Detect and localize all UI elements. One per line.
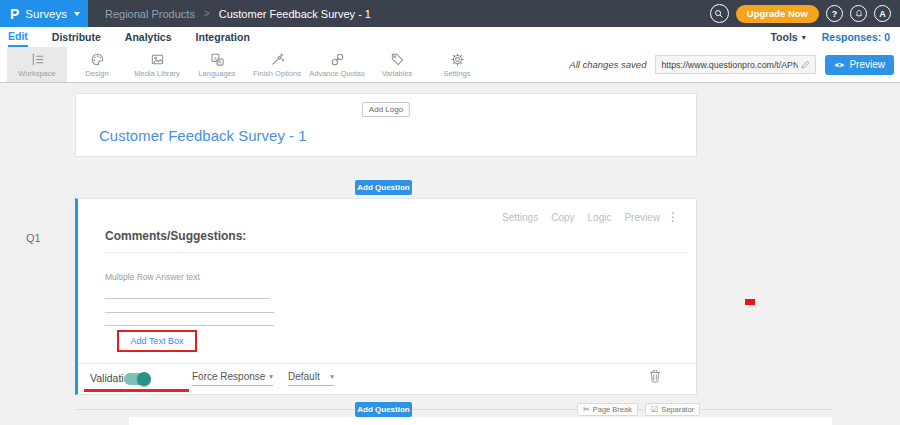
- breadcrumb-parent[interactable]: Regional Products: [105, 8, 195, 20]
- toolbar-item-media-library[interactable]: Media Library: [127, 47, 187, 82]
- avatar[interactable]: A: [874, 5, 891, 22]
- question-actions: Settings Copy Logic Preview: [502, 212, 660, 223]
- survey-url-box: [655, 55, 816, 74]
- toolbar-item-settings[interactable]: Settings: [427, 47, 487, 82]
- toolbar-item-advance-quotas[interactable]: Advance Quotas: [307, 47, 367, 82]
- bell-icon: [854, 9, 864, 19]
- survey-header-card: Add Logo Customer Feedback Survey - 1: [75, 93, 697, 157]
- toolbar-item-finish-options[interactable]: Finish Options: [247, 47, 307, 82]
- chevron-down-icon: ▾: [330, 372, 334, 381]
- search-button[interactable]: [710, 4, 729, 23]
- toolbar-label: Variables: [382, 69, 413, 78]
- preview-button[interactable]: Preview: [825, 55, 894, 75]
- separator-label: Separator: [661, 405, 694, 414]
- default-select[interactable]: Default ▾: [288, 371, 334, 386]
- settings-icon: [450, 52, 465, 67]
- add-question-button-bottom[interactable]: Add Question: [355, 402, 412, 417]
- chevron-down-icon: ▾: [269, 372, 273, 381]
- delete-question-button[interactable]: [649, 369, 661, 383]
- questionpro-editor: P Surveys Regional Products > Customer F…: [0, 0, 900, 425]
- question-text[interactable]: Comments/Suggestions:: [105, 229, 246, 243]
- survey-url-input[interactable]: [661, 60, 798, 70]
- page-break-button[interactable]: ✂ Page Break: [577, 403, 638, 416]
- tab-edit[interactable]: Edit: [8, 27, 28, 47]
- add-text-box-highlight: Add Text Box: [117, 330, 197, 352]
- notifications-button[interactable]: [850, 5, 867, 22]
- question-divider: [105, 252, 688, 253]
- nav-tabs: Edit Distribute Analytics Integration To…: [0, 27, 900, 47]
- tools-menu[interactable]: Tools ▾: [770, 31, 805, 43]
- languages-icon: xA: [210, 52, 225, 67]
- question-logic-button[interactable]: Logic: [588, 212, 612, 223]
- chevron-down-icon: [74, 12, 80, 16]
- toolbar-item-variables[interactable]: Variables: [367, 47, 427, 82]
- answer-row-3[interactable]: [105, 325, 274, 326]
- breadcrumb-separator: >: [204, 8, 210, 19]
- tools-label: Tools: [770, 31, 797, 43]
- trash-icon: [649, 369, 661, 383]
- question-footer: Validation Force Response ▾ Default ▾: [78, 363, 696, 394]
- toolbar-label: Languages: [198, 69, 235, 78]
- kebab-menu-icon[interactable]: ⋮: [667, 210, 679, 224]
- nav-right: Tools ▾ Responses: 0: [770, 27, 900, 47]
- section-divider: [75, 409, 832, 410]
- red-dash-annotation: [745, 299, 755, 305]
- responses-link[interactable]: Responses: 0: [822, 31, 890, 43]
- toolbar-item-design[interactable]: Design: [67, 47, 127, 82]
- toggle-knob: [137, 372, 151, 386]
- svg-text:x: x: [213, 54, 216, 60]
- variables-icon: [390, 52, 405, 67]
- add-text-box-link[interactable]: Add Text Box: [131, 336, 184, 346]
- tab-analytics[interactable]: Analytics: [125, 27, 172, 47]
- question-card: Settings Copy Logic Preview ⋮ Comments/S…: [75, 198, 697, 395]
- toolbar-label: Finish Options: [253, 69, 301, 78]
- question-settings-button[interactable]: Settings: [502, 212, 538, 223]
- answer-placeholder[interactable]: Multiple Row Answer text: [105, 272, 200, 282]
- answer-row-1[interactable]: [105, 298, 270, 299]
- separator-button[interactable]: ☑ Separator: [645, 403, 700, 416]
- survey-title[interactable]: Customer Feedback Survey - 1: [99, 127, 307, 144]
- scissors-icon: ✂: [583, 406, 590, 414]
- save-status: All changes saved: [569, 59, 646, 70]
- toolbar-label: Media Library: [134, 69, 179, 78]
- surveys-menu[interactable]: P Surveys: [0, 0, 88, 27]
- toolbar-item-workspace[interactable]: Workspace: [7, 47, 67, 82]
- svg-text:A: A: [218, 59, 222, 65]
- toolbar-item-languages[interactable]: xA Languages: [187, 47, 247, 82]
- eye-icon: [834, 61, 845, 69]
- help-icon: ?: [832, 9, 838, 19]
- top-bar: P Surveys Regional Products > Customer F…: [0, 0, 900, 27]
- page-break-label: Page Break: [593, 405, 632, 414]
- tab-integration[interactable]: Integration: [196, 27, 250, 47]
- search-icon: [714, 9, 724, 19]
- chevron-down-icon: ▾: [802, 33, 806, 42]
- force-response-value: Force Response: [192, 371, 265, 382]
- design-icon: [90, 52, 105, 67]
- add-question-button-top[interactable]: Add Question: [355, 180, 412, 195]
- toolbar-label: Workspace: [18, 69, 55, 78]
- media-library-icon: [150, 52, 165, 67]
- surveys-menu-label: Surveys: [25, 8, 67, 20]
- pencil-icon: [801, 60, 810, 69]
- toolbar-label: Advance Quotas: [309, 69, 364, 78]
- upgrade-now-button[interactable]: Upgrade Now: [736, 5, 819, 23]
- toolbar-right: All changes saved Preview: [569, 47, 894, 82]
- topbar-actions: Upgrade Now ? A: [710, 4, 900, 23]
- add-logo-button[interactable]: Add Logo: [362, 102, 410, 117]
- tab-distribute[interactable]: Distribute: [52, 27, 101, 47]
- edit-url-button[interactable]: [801, 60, 810, 69]
- advance-quotas-icon: [330, 52, 345, 67]
- checkbox-icon: ☑: [651, 406, 658, 414]
- validation-toggle[interactable]: [124, 373, 150, 385]
- force-response-select[interactable]: Force Response ▾: [192, 371, 273, 386]
- help-button[interactable]: ?: [826, 5, 843, 22]
- toolbar-label: Design: [85, 69, 108, 78]
- finish-options-icon: [270, 52, 285, 67]
- breadcrumb: Regional Products > Customer Feedback Su…: [105, 8, 371, 20]
- answer-row-2[interactable]: [105, 312, 274, 313]
- question-preview-button[interactable]: Preview: [624, 212, 660, 223]
- next-card-edge: [129, 417, 832, 425]
- preview-label: Preview: [849, 59, 885, 70]
- question-copy-button[interactable]: Copy: [551, 212, 574, 223]
- breadcrumb-current: Customer Feedback Survey - 1: [219, 8, 371, 20]
